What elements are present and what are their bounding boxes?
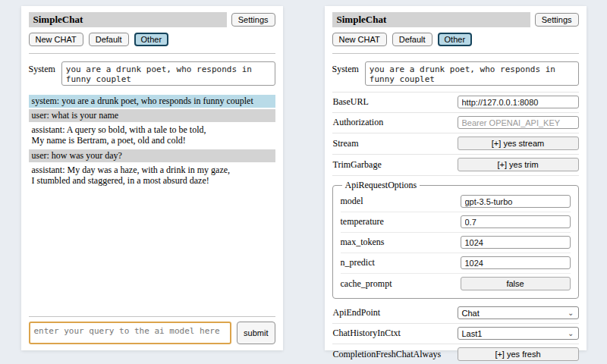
settings-button[interactable]: Settings: [231, 13, 275, 27]
settings-button[interactable]: Settings: [535, 13, 579, 27]
baseurl-input[interactable]: [458, 96, 579, 108]
api-endpoint-label: ApiEndPoint: [332, 307, 381, 318]
session-button-other[interactable]: Other: [438, 33, 473, 46]
session-toolbar: New CHAT Default Other: [29, 33, 275, 46]
new-chat-button[interactable]: New CHAT: [332, 33, 387, 46]
chat-history-in-ctxt-label: ChatHistoryInCtxt: [332, 328, 401, 339]
cache-prompt-toggle-button[interactable]: false: [461, 277, 571, 290]
completion-fresh-toggle-button[interactable]: [+] yes fresh: [458, 347, 579, 361]
setting-row-model: model: [341, 192, 571, 212]
chat-log: system: you are a drunk poet, who respon…: [29, 95, 275, 189]
trimgarbage-toggle-button[interactable]: [+] yes trim: [458, 158, 579, 171]
settings-panel: SimpleChat Settings New CHAT Default Oth…: [325, 6, 587, 350]
system-prompt-row: System you are a drunk poet, who respond…: [332, 61, 579, 86]
chevron-down-icon: ⌄: [568, 310, 574, 316]
setting-row-baseurl: BaseURL: [332, 93, 579, 113]
chat-message-assistant: assistant: A query so bold, with a tale …: [29, 124, 275, 147]
app-title: SimpleChat: [29, 12, 227, 27]
system-prompt-row: System you are a drunk poet, who respond…: [29, 61, 275, 86]
n-predict-input[interactable]: [461, 256, 571, 269]
model-label: model: [341, 196, 363, 207]
chevron-down-icon: ⌄: [568, 331, 574, 337]
chat-message-assistant: assistant: My day was a haze, with a dri…: [29, 164, 275, 187]
query-row: submit: [29, 322, 275, 344]
max-tokens-label: max_tokens: [341, 237, 385, 248]
max-tokens-input[interactable]: [461, 236, 571, 249]
setting-row-completion-fresh-chat-always: CompletionFreshChatAlways [+] yes fresh: [332, 344, 579, 364]
chat-message-system: system: you are a drunk poet, who respon…: [29, 95, 275, 108]
header: SimpleChat Settings: [332, 12, 579, 27]
session-button-default[interactable]: Default: [89, 33, 129, 46]
api-request-options-legend: ApiRequestOptions: [342, 180, 420, 191]
temperature-input[interactable]: [461, 215, 571, 228]
stream-toggle-button[interactable]: [+] yes stream: [458, 136, 579, 150]
chat-message-user: user: how was your day?: [29, 149, 275, 162]
temperature-label: temperature: [341, 216, 384, 228]
divider: [29, 53, 275, 54]
system-label: System: [332, 61, 359, 75]
system-prompt-input[interactable]: you are a drunk poet, who responds in fu…: [365, 61, 579, 86]
setting-row-temperature: temperature: [341, 212, 571, 232]
authorization-input[interactable]: [458, 116, 579, 129]
setting-row-trimgarbage: TrimGarbage [+] yes trim: [332, 155, 579, 176]
system-label: System: [29, 61, 55, 75]
setting-row-api-endpoint: ApiEndPoint Chat ⌄: [332, 303, 579, 324]
divider: [29, 316, 275, 317]
completion-fresh-chat-always-label: CompletionFreshChatAlways: [332, 349, 442, 360]
session-toolbar: New CHAT Default Other: [332, 33, 579, 46]
query-section: submit: [29, 315, 275, 344]
chat-message-user: user: what is your name: [29, 109, 275, 122]
cache-prompt-label: cache_prompt: [341, 278, 392, 290]
session-button-other[interactable]: Other: [134, 33, 169, 46]
setting-row-stream: Stream [+] yes stream: [332, 133, 579, 155]
chat-panel: SimpleChat Settings New CHAT Default Oth…: [21, 6, 283, 350]
query-input[interactable]: [29, 322, 232, 344]
setting-row-chat-history-in-ctxt: ChatHistoryInCtxt Last1 ⌄: [332, 324, 579, 344]
divider: [332, 53, 579, 54]
api-endpoint-select[interactable]: Chat ⌄: [458, 306, 579, 319]
new-chat-button[interactable]: New CHAT: [29, 33, 83, 46]
session-button-default[interactable]: Default: [392, 33, 432, 46]
stream-label: Stream: [332, 138, 359, 149]
submit-button[interactable]: submit: [237, 322, 275, 344]
baseurl-label: BaseURL: [332, 96, 369, 108]
header: SimpleChat Settings: [29, 12, 275, 27]
setting-row-authorization: Authorization: [332, 113, 579, 133]
setting-row-max-tokens: max_tokens: [341, 232, 571, 253]
api-endpoint-selected-value: Chat: [462, 309, 480, 318]
chat-history-in-ctxt-select[interactable]: Last1 ⌄: [458, 327, 579, 340]
authorization-label: Authorization: [332, 117, 384, 128]
app-title: SimpleChat: [332, 12, 530, 27]
model-input[interactable]: [461, 195, 571, 208]
trimgarbage-label: TrimGarbage: [332, 159, 382, 171]
setting-row-cache-prompt: cache_prompt false: [341, 273, 571, 294]
system-prompt-input[interactable]: you are a drunk poet, who responds in fu…: [61, 61, 275, 86]
settings-list: BaseURL Authorization Stream [+] yes str…: [332, 92, 579, 364]
api-request-options-fieldset: ApiRequestOptions model temperature max_…: [332, 180, 579, 299]
setting-row-n-predict: n_predict: [341, 253, 571, 273]
chat-history-selected-value: Last1: [462, 329, 483, 338]
n-predict-label: n_predict: [341, 257, 375, 268]
